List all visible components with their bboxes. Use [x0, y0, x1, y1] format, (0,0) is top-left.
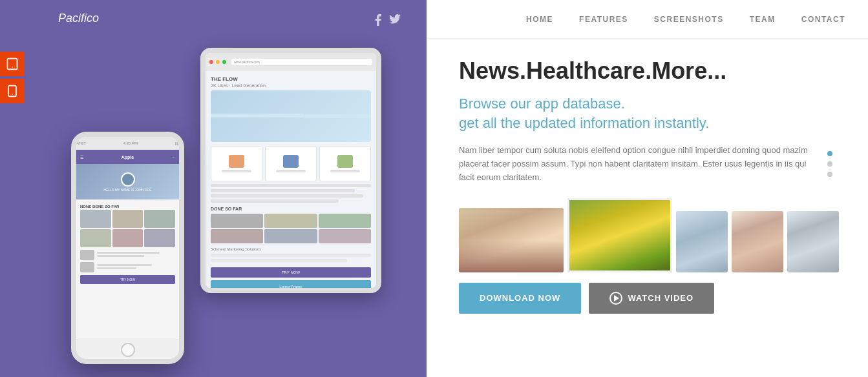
nav-features[interactable]: FEATURES	[579, 15, 628, 24]
slide-dot-2[interactable]	[827, 161, 832, 167]
sidebar-controls	[0, 52, 25, 103]
image-gallery	[459, 195, 839, 272]
gallery-item-featured	[567, 198, 672, 272]
gallery-item-5	[787, 211, 839, 272]
nav-team[interactable]: TEAM	[750, 15, 776, 24]
facebook-icon[interactable]	[375, 14, 381, 28]
download-now-button[interactable]: DOWNLOAD NOW	[459, 283, 581, 314]
nav-contact[interactable]: CONTACT	[801, 15, 845, 24]
body-paragraph: Nam liber tempor cum soluta nobis eleife…	[459, 144, 821, 184]
phone-mockup: AT&T 4:20 PM |||| ☰ Apple ··· HELLO MY N…	[71, 132, 184, 364]
top-navigation: HOME FEATURES SCREENSHOTS TEAM CONTACT	[427, 0, 868, 39]
tablet-mockup: www.pacifico.com THE FLOW 2K Likes · Lea…	[200, 48, 381, 293]
gallery-item-4	[732, 211, 783, 272]
nav-home[interactable]: HOME	[526, 15, 553, 24]
slide-dot-1[interactable]	[827, 151, 832, 156]
slider-dots	[827, 144, 832, 184]
left-panel: Pacifico	[0, 0, 427, 377]
phone-view-button[interactable]	[0, 79, 25, 103]
cta-buttons: DOWNLOAD NOW WATCH VIDEO	[459, 283, 839, 314]
logo: Pacifico	[58, 12, 99, 25]
watch-video-button[interactable]: WATCH VIDEO	[589, 283, 714, 314]
play-triangle	[614, 295, 619, 301]
devices-mockup: www.pacifico.com THE FLOW 2K Likes · Lea…	[32, 28, 394, 377]
nav-screenshots[interactable]: SCREENSHOTS	[654, 15, 724, 24]
svg-rect-0	[8, 59, 17, 70]
gallery-item-3	[676, 211, 728, 272]
right-panel: HOME FEATURES SCREENSHOTS TEAM CONTACT N…	[427, 0, 868, 377]
tablet-view-button[interactable]	[0, 52, 25, 76]
content-area: News.Healthcare.More... Browse our app d…	[427, 39, 868, 377]
body-section: Nam liber tempor cum soluta nobis eleife…	[459, 144, 839, 184]
slide-dot-3[interactable]	[827, 172, 832, 177]
play-icon	[609, 292, 622, 305]
gallery-item-1	[459, 208, 564, 272]
twitter-icon[interactable]	[389, 14, 401, 28]
main-headline: News.Healthcare.More...	[459, 58, 839, 84]
subheadline: Browse our app database. get all the upd…	[459, 94, 839, 134]
social-icons	[375, 14, 401, 28]
